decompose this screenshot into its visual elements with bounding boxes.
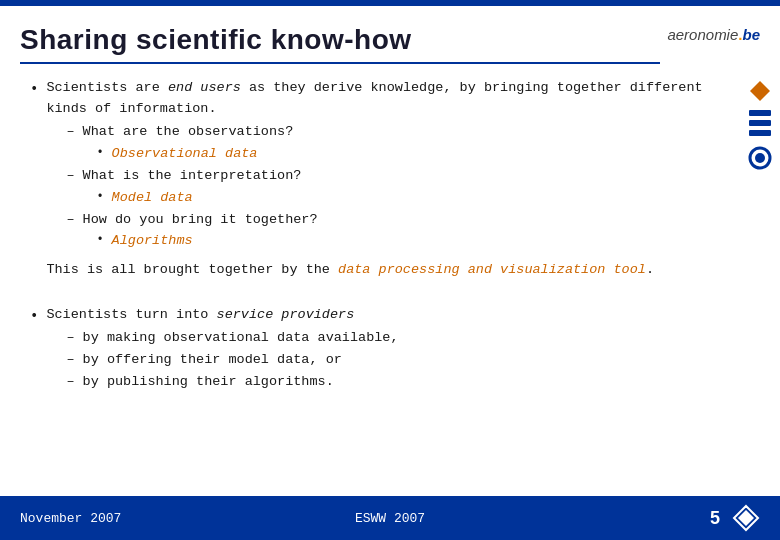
footer-date: November 2007 [20, 511, 121, 526]
sub-item-publishing: – by publishing their algorithms. [66, 372, 750, 393]
slide: Sharing scientific know-how aeronomie.be… [0, 0, 780, 540]
sub-dash-3: – How do you bring it together? [66, 210, 317, 231]
sub-dash-1: – What are the observations? [66, 122, 293, 143]
sub-item-obs-label: – What are the observations? [66, 122, 750, 143]
slide-title: Sharing scientific know-how [20, 24, 660, 56]
bullet-2: • Scientists turn into service providers… [30, 305, 750, 394]
svg-point-5 [755, 153, 765, 163]
sub-list-1: – What are the observations? • Observati… [66, 122, 750, 253]
footer-right: 5 [710, 504, 760, 532]
bullet2-italic: service providers [217, 307, 355, 322]
section-gap [30, 291, 750, 305]
sub-making: – by making observational data available… [66, 328, 398, 349]
main-content: • Scientists are end users as they deriv… [0, 64, 780, 496]
sub-dash-2: – What is the interpretation? [66, 166, 301, 187]
sub-item-algo-label: – How do you bring it together? [66, 210, 750, 231]
bullet-1: • Scientists are end users as they deriv… [30, 78, 750, 281]
svg-marker-0 [750, 81, 770, 101]
footer-logo-icon [732, 504, 760, 532]
sub-bullet-dot-1: • [96, 144, 103, 163]
bullet-text-1: Scientists are end users as they derive … [46, 78, 750, 281]
obs-data-label: Observational data [112, 144, 258, 165]
sub-bullet-dot-3: • [96, 231, 103, 250]
bullet1-italic: end users [168, 80, 241, 95]
sub-item-interp-label: – What is the interpretation? [66, 166, 750, 187]
footer-event: ESWW 2007 [355, 511, 425, 526]
bullet2-text: Scientists turn into service providers [46, 307, 354, 322]
title-underline [20, 62, 660, 64]
sub-publishing: – by publishing their algorithms. [66, 372, 333, 393]
page-number: 5 [710, 508, 720, 529]
svg-rect-1 [749, 110, 771, 116]
sub-bullet-dot-2: • [96, 188, 103, 207]
summary-orange: data processing and visualization tool [338, 262, 646, 277]
summary-suffix: . [646, 262, 654, 277]
sub-offering: – by offering their model data, or [66, 350, 341, 371]
logo-text: aeronomie.be [667, 26, 760, 43]
bullet-dot-2: • [30, 306, 38, 328]
diamond-icon [749, 80, 771, 102]
sub-list-2: – by making observational data available… [66, 328, 750, 393]
sub-item-offering: – by offering their model data, or [66, 350, 750, 371]
sub-bullet-algo: • Algorithms [96, 231, 750, 252]
bullet1-text: Scientists are end users as they derive … [46, 80, 702, 116]
bullet-dot-1: • [30, 79, 38, 101]
circle-icon [748, 146, 772, 170]
logo-be: be [742, 26, 760, 43]
algo-label: Algorithms [112, 231, 193, 252]
footer: November 2007 ESWW 2007 5 [0, 496, 780, 540]
bars-icon [749, 110, 771, 138]
summary-prefix: This is all brought together by the [46, 262, 338, 277]
sub-item-making: – by making observational data available… [66, 328, 750, 349]
sub-bullet-obs: • Observational data [96, 144, 750, 165]
right-icons [748, 80, 772, 170]
summary-text: This is all brought together by the data… [46, 260, 750, 281]
svg-rect-3 [749, 130, 771, 136]
header: Sharing scientific know-how aeronomie.be [0, 6, 780, 64]
logo-area: aeronomie.be [660, 24, 760, 43]
model-data-label: Model data [112, 188, 193, 209]
svg-rect-2 [749, 120, 771, 126]
sub-bullet-model: • Model data [96, 188, 750, 209]
title-area: Sharing scientific know-how [20, 24, 660, 64]
bullet-text-2: Scientists turn into service providers –… [46, 305, 750, 394]
logo-name: aeronomie [667, 26, 738, 43]
